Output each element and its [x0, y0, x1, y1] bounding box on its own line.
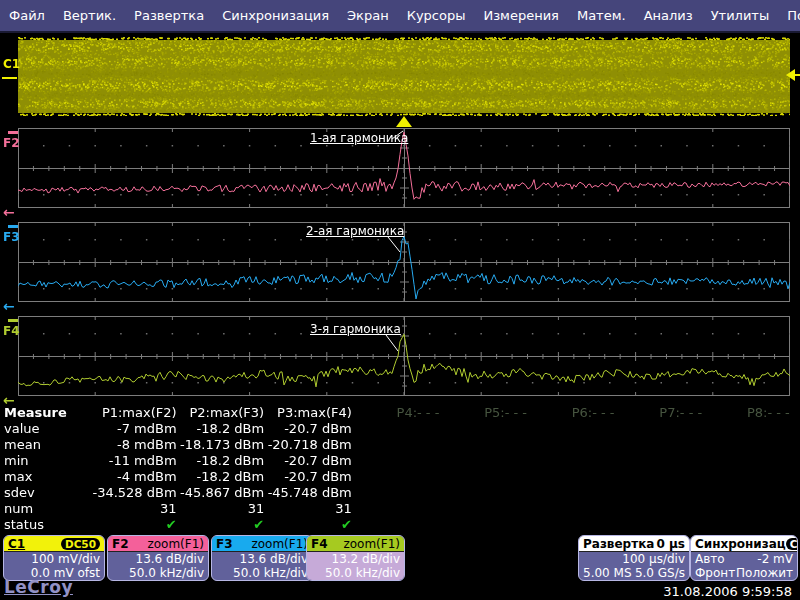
menu-vertical[interactable]: Вертик.: [54, 8, 125, 23]
f2-span: 50.0 kHz/div: [112, 566, 204, 580]
measure-row-max: max -4 mdBm -18.2 dBm -20.7 dBm: [4, 469, 796, 485]
f3-box-label: F3: [216, 537, 233, 551]
f2-mode: zoom(F1): [147, 537, 204, 551]
f2-box-label: F2: [112, 537, 129, 551]
measure-row-sdev: sdev -34.528 dBm -45.867 dBm -45.748 dBm: [4, 485, 796, 501]
cell: -20.7 dBm: [264, 453, 352, 469]
f2-zero-indicator[interactable]: [8, 131, 18, 134]
menu-cursors[interactable]: Курсоры: [398, 8, 475, 23]
trigger-slope: Положит: [736, 566, 793, 580]
measure-col-p1[interactable]: P1:max(F2): [89, 405, 177, 421]
cell: -20.718 dBm: [264, 437, 352, 453]
f3-mode: zoom(F1): [251, 537, 308, 551]
menu-timebase[interactable]: Развертка: [125, 8, 213, 23]
cell: -18.2 dBm: [177, 421, 265, 437]
row-label: min: [4, 453, 89, 469]
f3-scale: 13.6 dB/div: [216, 552, 308, 566]
status-check-icon: ✔: [177, 517, 265, 533]
menu-help[interactable]: Помощь: [778, 8, 800, 23]
trigger-level-arrow-icon[interactable]: [786, 69, 795, 81]
row-label: value: [4, 421, 89, 437]
trigger-source-badge: C1: [786, 538, 798, 550]
trigger-kind: Фронт: [695, 566, 735, 580]
cell: -18.2 dBm: [177, 453, 265, 469]
timebase-box[interactable]: Развертка 0 µs 100 µs/div 5.00 MS 5.0 GS…: [578, 535, 690, 581]
c1-waveform: [18, 37, 790, 116]
f2-fft-grid: 1-ая гармоника: [18, 128, 790, 208]
f3-fft-grid: 2-ая гармоника: [18, 222, 790, 302]
f3-span: 50.0 kHz/div: [216, 566, 308, 580]
measure-col-p4[interactable]: P4:- - -: [352, 405, 440, 421]
timebase-scale: 100 µs/div: [583, 552, 685, 566]
f3-zero-indicator[interactable]: [8, 225, 18, 228]
c1-trace-label: C1: [3, 57, 20, 71]
oscilloscope-screen: Файл Вертик. Развертка Синхронизация Экр…: [0, 0, 800, 600]
f3-descriptor-box[interactable]: F3 zoom(F1) 13.6 dB/div 50.0 kHz/div: [211, 535, 313, 581]
cell: -45.748 dBm: [264, 485, 352, 501]
row-label: num: [4, 501, 89, 517]
f4-span: 50.0 kHz/div: [311, 566, 400, 580]
cell: -4 mdBm: [89, 469, 177, 485]
c1-descriptor-box[interactable]: C1 DC50 100 mV/div 0.0 mV ofst: [3, 535, 105, 581]
measure-col-p2[interactable]: P2:max(F3): [177, 405, 265, 421]
menu-measure[interactable]: Измерения: [474, 8, 567, 23]
f2-scale: 13.6 dB/div: [112, 552, 204, 566]
cell: -20.7 dBm: [264, 469, 352, 485]
menu-math[interactable]: Матем.: [568, 8, 635, 23]
f2-annotation: 1-ая гармоника: [310, 131, 408, 145]
row-label: max: [4, 469, 89, 485]
f3-offset-arrow-icon[interactable]: ←: [3, 300, 15, 312]
measure-row-status: status ✔ ✔ ✔: [4, 517, 796, 533]
measure-title: Measure: [4, 405, 89, 421]
f2-trace-label: F2: [3, 136, 20, 150]
trigger-level: -2 mV: [757, 552, 793, 566]
timebase-title: Развертка: [583, 537, 654, 551]
cell: -8 mdBm: [89, 437, 177, 453]
measure-col-p5[interactable]: P5:- - -: [439, 405, 527, 421]
cell: -34.528 dBm: [89, 485, 177, 501]
trigger-level-arrow-tail: [795, 74, 800, 76]
menu-analysis[interactable]: Анализ: [635, 8, 702, 23]
c1-box-label: C1: [8, 537, 25, 551]
measure-col-p3[interactable]: P3:max(F4): [264, 405, 352, 421]
menu-file[interactable]: Файл: [0, 8, 54, 23]
f4-mode: zoom(F1): [343, 537, 400, 551]
f2-descriptor-box[interactable]: F2 zoom(F1) 13.6 dB/div 50.0 kHz/div: [107, 535, 209, 581]
f4-trace-label: F4: [3, 324, 20, 338]
cell: -45.867 dBm: [177, 485, 265, 501]
measure-col-p6[interactable]: P6:- - -: [527, 405, 615, 421]
f2-offset-arrow-icon[interactable]: ←: [3, 206, 15, 218]
measure-col-p8[interactable]: P8:- - -: [702, 405, 790, 421]
measure-row-num: num 31 31 31: [4, 501, 796, 517]
f4-box-label: F4: [311, 537, 328, 551]
trigger-box[interactable]: Синхронизац C1 Авто -2 mV Фронт Положит: [690, 535, 798, 581]
measure-col-p7[interactable]: P7:- - -: [615, 405, 703, 421]
f3-trace-label: F3: [3, 230, 20, 244]
menu-utilities[interactable]: Утилиты: [702, 8, 779, 23]
cell: -11 mdBm: [89, 453, 177, 469]
measure-row-value: value -7 mdBm -18.2 dBm -20.7 dBm: [4, 421, 796, 437]
cell: -20.7 dBm: [264, 421, 352, 437]
lecroy-logo: LeCroy: [4, 577, 73, 597]
menu-display[interactable]: Экран: [338, 8, 398, 23]
datetime: 31.08.2006 9:59:58: [663, 584, 792, 599]
timebase-rate: 5.0 GS/s: [635, 566, 685, 580]
cell: -7 mdBm: [89, 421, 177, 437]
measure-table: Measure P1:max(F2) P2:max(F3) P3:max(F4)…: [4, 405, 796, 533]
cell: 31: [89, 501, 177, 517]
c1-coupling-badge: DC50: [61, 538, 100, 550]
timebase-samples: 5.00 MS: [583, 566, 632, 580]
measure-header-row: Measure P1:max(F2) P2:max(F3) P3:max(F4)…: [4, 405, 796, 421]
cell: 31: [177, 501, 265, 517]
trigger-mode: Авто: [695, 552, 725, 566]
trigger-position-marker-icon[interactable]: [396, 116, 412, 127]
c1-level-indicator[interactable]: [2, 77, 17, 79]
f4-scale: 13.2 dB/div: [311, 552, 400, 566]
status-check-icon: ✔: [264, 517, 352, 533]
row-label: sdev: [4, 485, 89, 501]
menu-trigger[interactable]: Синхронизация: [213, 8, 338, 23]
f4-descriptor-box[interactable]: F4 zoom(F1) 13.2 dB/div 50.0 kHz/div: [306, 535, 405, 581]
menu-bar: Файл Вертик. Развертка Синхронизация Экр…: [0, 0, 800, 33]
status-check-icon: ✔: [89, 517, 177, 533]
f4-zero-indicator[interactable]: [8, 319, 18, 322]
